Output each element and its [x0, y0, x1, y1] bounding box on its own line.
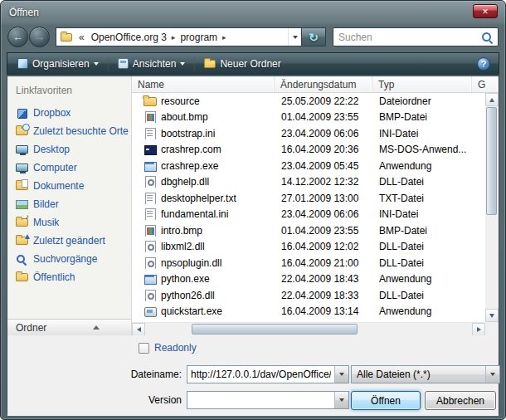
sidebar-item-dokumente[interactable]: Dokumente: [7, 177, 131, 195]
file-row-libxml2-dll[interactable]: libxml2.dll 16.04.2009 12:02 DLL-Datei: [132, 239, 485, 256]
file-row-desktophelper-txt[interactable]: desktophelper.txt 27.01.2009 13:00 TXT-D…: [132, 190, 485, 207]
file-name-cell: crashrep.com: [132, 144, 275, 155]
close-button[interactable]: ×: [473, 4, 498, 18]
documents-icon: [16, 182, 28, 190]
help-icon: ?: [481, 59, 487, 69]
back-button[interactable]: ←: [7, 27, 28, 47]
file-row-npsoplugin-dll[interactable]: npsoplugin.dll 16.04.2009 21:00 DLL-Date…: [132, 255, 485, 271]
help-button[interactable]: ?: [477, 57, 490, 71]
breadcrumb[interactable]: « OpenOffice.org 3 ▸ program ▸: [56, 27, 301, 46]
file-type-cell: BMP-Datei: [372, 111, 472, 123]
horizontal-scroll-thumb[interactable]: [192, 324, 358, 335]
file-row-resource[interactable]: resource 25.05.2009 22:22 Dateiordner: [132, 93, 485, 110]
readonly-checkbox-row[interactable]: Readonly: [139, 342, 197, 354]
browser-area: Linkfavoriten Dropbox Zuletzt besuchte O…: [7, 76, 499, 335]
refresh-button[interactable]: ↻: [301, 27, 326, 46]
sidebar-item-musik[interactable]: Musik: [7, 213, 131, 232]
file-type-cell: DLL-Datei: [372, 176, 472, 188]
filename-input[interactable]: [187, 366, 334, 383]
dos-file-icon: [144, 144, 156, 155]
cancel-button[interactable]: Abbrechen: [425, 391, 496, 410]
organize-button[interactable]: Organisieren: [10, 54, 106, 73]
folders-expander[interactable]: Ordner: [7, 319, 131, 335]
breadcrumb-item-openoffice[interactable]: OpenOffice.org 3: [87, 32, 171, 43]
file-date-cell: 22.04.2009 18:43: [275, 273, 372, 285]
version-dropdown-button[interactable]: [334, 392, 348, 408]
new-folder-label: Neuer Ordner: [220, 58, 280, 70]
vertical-scroll-thumb[interactable]: [486, 107, 497, 215]
sidebar-item-label: Desktop: [33, 144, 70, 155]
toolbar-separator: [108, 56, 109, 71]
vertical-scrollbar[interactable]: [485, 93, 499, 322]
file-row-crashrep-exe[interactable]: crashrep.exe 23.04.2009 05:45 Anwendung: [132, 158, 485, 174]
chevron-up-icon: [93, 325, 100, 330]
file-name-cell: python26.dll: [132, 290, 275, 301]
column-header-date[interactable]: Änderungsdatum: [275, 76, 372, 92]
file-date-cell: 14.12.2002 12:32: [275, 176, 372, 188]
readonly-checkbox[interactable]: [139, 343, 149, 354]
file-row-fundamental-ini[interactable]: fundamental.ini 23.04.2009 06:06 INI-Dat…: [132, 207, 485, 223]
sidebar-item-dropbox[interactable]: Dropbox: [7, 104, 131, 122]
scroll-up-button[interactable]: [485, 93, 499, 106]
file-date-cell: 16.04.2009 20:36: [275, 144, 372, 155]
filename-combo[interactable]: [187, 365, 349, 383]
chevron-down-icon: [339, 398, 344, 402]
file-row-dbghelp-dll[interactable]: dbghelp.dll 14.12.2002 12:32 DLL-Datei: [132, 174, 485, 191]
horizontal-scrollbar[interactable]: [132, 322, 485, 335]
search-box[interactable]: [333, 27, 499, 46]
column-headers: Name Änderungsdatum Typ G: [132, 76, 499, 93]
file-type-cell: Anwendung: [372, 305, 472, 317]
folder-icon: [61, 33, 72, 42]
chevron-down-icon: [180, 62, 185, 66]
sidebar-item-zuletzt-ge-ndert[interactable]: Zuletzt geändert: [7, 232, 131, 250]
sidebar-item-label: Öffentlich: [33, 271, 75, 283]
file-name: npsoplugin.dll: [161, 257, 221, 269]
file-name: fundamental.ini: [161, 208, 228, 220]
breadcrumb-dropdown-button[interactable]: [288, 28, 301, 46]
sidebar-item-computer[interactable]: Computer: [7, 159, 131, 177]
file-date-cell: 01.04.2009 23:55: [275, 225, 372, 237]
favorites-list: Dropbox Zuletzt besuchte Orte Desktop Co…: [7, 104, 131, 286]
column-header-size[interactable]: G: [472, 76, 499, 92]
scroll-left-button[interactable]: [132, 323, 145, 336]
sidebar-item-bilder[interactable]: Bilder: [7, 195, 131, 213]
command-bar: Organisieren Ansichten Neuer Ordner ?: [7, 52, 499, 75]
file-row-bootstrap-ini[interactable]: bootstrap.ini 23.04.2009 06:06 INI-Datei: [132, 125, 485, 142]
file-row-intro-bmp[interactable]: intro.bmp 01.04.2009 23:55 BMP-Datei: [132, 222, 485, 239]
file-row-crashrep-com[interactable]: crashrep.com 16.04.2009 20:36 MS-DOS-Anw…: [132, 142, 485, 159]
search-input[interactable]: [338, 32, 481, 43]
open-button[interactable]: Öffnen: [351, 391, 421, 410]
sidebar-item-zuletzt-besuchte-orte[interactable]: Zuletzt besuchte Orte: [7, 122, 131, 140]
file-type-cell: MS-DOS-Anwend...: [372, 144, 472, 155]
chevron-down-icon: [339, 373, 344, 376]
filetype-combo[interactable]: Alle Dateien (*.*): [351, 365, 500, 383]
filename-dropdown-button[interactable]: [334, 366, 348, 383]
file-type-cell: DLL-Datei: [372, 290, 472, 301]
scroll-right-button[interactable]: [472, 323, 485, 336]
dialog-client-area: Linkfavoriten Dropbox Zuletzt besuchte O…: [7, 76, 499, 414]
forward-button[interactable]: →: [29, 27, 50, 47]
breadcrumb-overflow[interactable]: «: [76, 32, 87, 43]
file-row-python26-dll[interactable]: python26.dll 22.04.2009 18:33 DLL-Datei: [132, 287, 485, 304]
file-row-about-bmp[interactable]: about.bmp 01.04.2009 23:55 BMP-Datei: [132, 110, 485, 126]
app-file-icon: [144, 273, 156, 285]
titlebar[interactable]: Öffnen ×: [1, 1, 505, 24]
file-row-python-exe[interactable]: python.exe 22.04.2009 18:43 Anwendung: [132, 271, 485, 288]
file-name-cell: npsoplugin.dll: [132, 257, 275, 269]
filetype-dropdown-button[interactable]: [485, 366, 499, 383]
dll-file-icon: [144, 257, 156, 269]
sidebar-item-desktop[interactable]: Desktop: [7, 140, 131, 159]
scroll-down-button[interactable]: [485, 309, 499, 322]
column-header-type[interactable]: Typ: [372, 76, 472, 92]
file-row-quickstart-exe[interactable]: quickstart.exe 16.04.2009 13:14 Anwendun…: [132, 304, 485, 320]
filetype-value: Alle Dateien (*.*): [352, 366, 485, 383]
views-button[interactable]: Ansichten: [110, 54, 193, 73]
sidebar-item--ffentlich[interactable]: Öffentlich: [7, 268, 131, 286]
sidebar: Linkfavoriten Dropbox Zuletzt besuchte O…: [7, 76, 132, 335]
file-name: crashrep.exe: [161, 160, 218, 172]
version-combo[interactable]: [187, 391, 349, 409]
column-header-name[interactable]: Name: [132, 76, 275, 92]
new-folder-button[interactable]: Neuer Ordner: [197, 54, 288, 73]
sidebar-item-suchvorg-nge[interactable]: Suchvorgänge: [7, 250, 131, 268]
breadcrumb-item-program[interactable]: program: [176, 32, 221, 43]
